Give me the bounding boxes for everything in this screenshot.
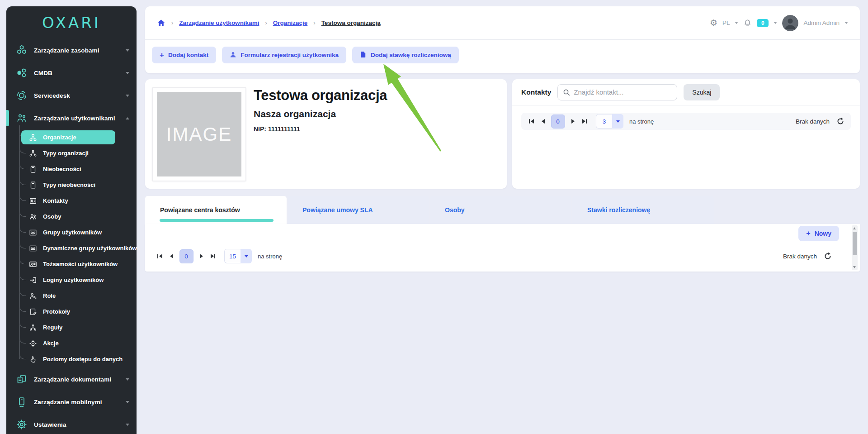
last-page-button[interactable] — [209, 253, 217, 260]
next-page-button[interactable] — [570, 118, 576, 125]
user-registration-form-button[interactable]: Formularz rejestracji użytkownika — [222, 47, 346, 63]
sidebar-item-reguly[interactable]: Reguły — [6, 320, 137, 335]
breadcrumb-current[interactable]: Testowa organizacja — [321, 19, 381, 26]
hexagon-cluster-icon — [16, 45, 27, 56]
organization-nip: NIP: 1111111111 — [254, 125, 387, 133]
sidebar-item-typy-nieobecnosci[interactable]: Typy nieobecności — [6, 177, 137, 193]
sidebar-item-role[interactable]: Role — [6, 288, 137, 304]
breadcrumb: › Zarządzanie użytkownikami › Organizacj… — [157, 19, 381, 27]
book-icon — [29, 181, 37, 189]
sidebar-item-ustawienia[interactable]: Ustawienia — [6, 413, 137, 434]
documents-icon — [16, 374, 27, 385]
sidebar-item-grupy-uzytkownikow[interactable]: Grupy użytkowników — [6, 224, 137, 240]
document-icon — [360, 51, 367, 59]
contacts-toolbar: Kontakty Szukaj — [512, 79, 860, 105]
servicedesk-icon — [16, 90, 27, 101]
tab-cost-centers[interactable]: Powiązane centra kosztów — [145, 196, 287, 224]
chevron-down-icon — [126, 95, 129, 97]
contacts-pagination: 0 3 na stronę Brak danych — [521, 113, 851, 130]
tab-persons[interactable]: Osoby — [430, 196, 571, 224]
cmdb-icon — [16, 67, 27, 78]
sidebar-item-cmdb[interactable]: CMDB — [6, 62, 137, 84]
organization-image: IMAGE — [152, 87, 246, 181]
chevron-down-icon — [126, 378, 129, 381]
last-page-button[interactable] — [581, 118, 589, 125]
current-page-button[interactable]: 0 — [551, 114, 565, 129]
gear-icon[interactable]: ⚙ — [710, 19, 717, 27]
page-size-select[interactable]: 15 — [224, 249, 252, 263]
plus-icon: + — [160, 51, 164, 59]
app-logo: OXARI — [6, 6, 137, 39]
contacts-title: Kontakty — [521, 88, 551, 96]
sidebar-item-zarzadzanie-uzytkownikami[interactable]: Zarządzanie użytkownikami — [6, 107, 137, 129]
id-card-icon — [29, 260, 37, 268]
chevron-down-icon — [241, 249, 252, 263]
user-group-icon — [29, 244, 37, 253]
plus-icon: + — [806, 230, 810, 237]
sidebar-item-servicedesk[interactable]: Servicedesk — [6, 84, 137, 107]
sidebar-item-zarzadzanie-dokumentami[interactable]: Zarządzanie dokumentami — [6, 368, 137, 391]
sidebar-item-osoby[interactable]: Osoby — [6, 209, 137, 224]
hand-access-icon — [29, 355, 37, 363]
sidebar-item-zarzadzanie-zasobami[interactable]: Zarządzanie zasobami — [6, 39, 137, 62]
next-page-button[interactable] — [198, 253, 204, 260]
sidebar-item-typy-organizacji[interactable]: Typy organizacji — [6, 145, 137, 161]
nodes-icon — [29, 149, 37, 157]
breadcrumb-separator: › — [265, 19, 267, 26]
refresh-icon[interactable] — [824, 252, 832, 260]
sidebar-item-dynamiczne-grupy-uzytkownikow[interactable]: Dynamiczne grupy użytkowników — [6, 240, 137, 256]
search-button[interactable]: Szukaj — [684, 84, 720, 100]
bell-icon[interactable] — [743, 19, 752, 27]
sidebar-item-akcje[interactable]: Akcje — [6, 335, 137, 351]
sidebar-item-poziomy-dostepu-do-danych[interactable]: Poziomy dostępu do danych — [6, 351, 137, 367]
top-bar: › Zarządzanie użytkownikami › Organizacj… — [145, 6, 860, 40]
vertical-scrollbar[interactable] — [852, 225, 858, 270]
new-button[interactable]: + Nowy — [798, 226, 839, 241]
refresh-icon[interactable] — [836, 117, 844, 125]
sidebar-item-organizacje[interactable]: Organizacje — [6, 129, 137, 145]
document-edit-icon — [29, 308, 37, 316]
notification-badge[interactable]: 0 — [757, 19, 769, 27]
add-contact-button[interactable]: + Dodaj kontakt — [152, 47, 216, 63]
contact-card-icon — [29, 197, 37, 205]
per-page-label: na stronę — [258, 253, 282, 260]
organization-name: Testowa organizacja — [254, 87, 387, 104]
previous-page-button[interactable] — [169, 253, 175, 260]
login-icon — [29, 276, 37, 284]
previous-page-button[interactable] — [540, 118, 546, 125]
page-size-select[interactable]: 3 — [596, 114, 623, 129]
first-page-button[interactable] — [156, 253, 164, 260]
breadcrumb-link-organizations[interactable]: Organizacje — [273, 19, 308, 26]
current-page-button[interactable]: 0 — [179, 249, 193, 263]
sidebar-item-nieobecnosci[interactable]: Nieobecności — [6, 161, 137, 177]
per-page-label: na stronę — [629, 118, 654, 125]
home-icon[interactable] — [157, 19, 165, 27]
breadcrumb-link-user-management[interactable]: Zarządzanie użytkownikami — [179, 19, 259, 26]
sidebar-item-loginy-uzytkownikow[interactable]: Loginy użytkowników — [6, 272, 137, 288]
sidebar-item-kontakty[interactable]: Kontakty — [6, 193, 137, 209]
sidebar-submenu: OrganizacjeTypy organizacjiNieobecnościT… — [6, 129, 137, 368]
user-menu[interactable]: Admin Admin — [803, 19, 840, 26]
search-input[interactable] — [574, 88, 672, 96]
sidebar-item-protokoly[interactable]: Protokoły — [6, 304, 137, 320]
sidebar-item-tozsamosci-uzytkownikow[interactable]: Tożsamości użytkowników — [6, 256, 137, 272]
tab-billing-rates[interactable]: Stawki rozliczeniowę — [572, 196, 714, 224]
sidebar-item-zarzadzanie-mobilnymi[interactable]: Zarządzanie mobilnymi — [6, 391, 137, 413]
add-billing-rate-button[interactable]: Dodaj stawkę rozliczeniową — [352, 47, 459, 63]
panel-pagination: 0 15 na stronę Brak danych — [156, 248, 832, 264]
chevron-down-icon[interactable] — [844, 22, 848, 24]
avatar[interactable] — [782, 15, 798, 31]
settings-icon — [16, 419, 27, 430]
pager-status: Brak danych — [783, 252, 832, 260]
language-selector[interactable]: PL — [722, 19, 730, 26]
user-key-icon — [29, 292, 37, 300]
tab-sla-contracts[interactable]: Powiązane umowy SLA — [288, 196, 429, 224]
first-page-button[interactable] — [528, 118, 535, 125]
user-group-icon — [29, 229, 37, 237]
user-icon — [230, 51, 236, 59]
breadcrumb-separator: › — [313, 19, 315, 26]
scrollbar-thumb[interactable] — [853, 232, 857, 255]
chevron-down-icon[interactable] — [774, 22, 777, 24]
contacts-card: Kontakty Szukaj 0 3 na stronę Br — [512, 79, 860, 189]
chevron-down-icon[interactable] — [735, 22, 738, 24]
